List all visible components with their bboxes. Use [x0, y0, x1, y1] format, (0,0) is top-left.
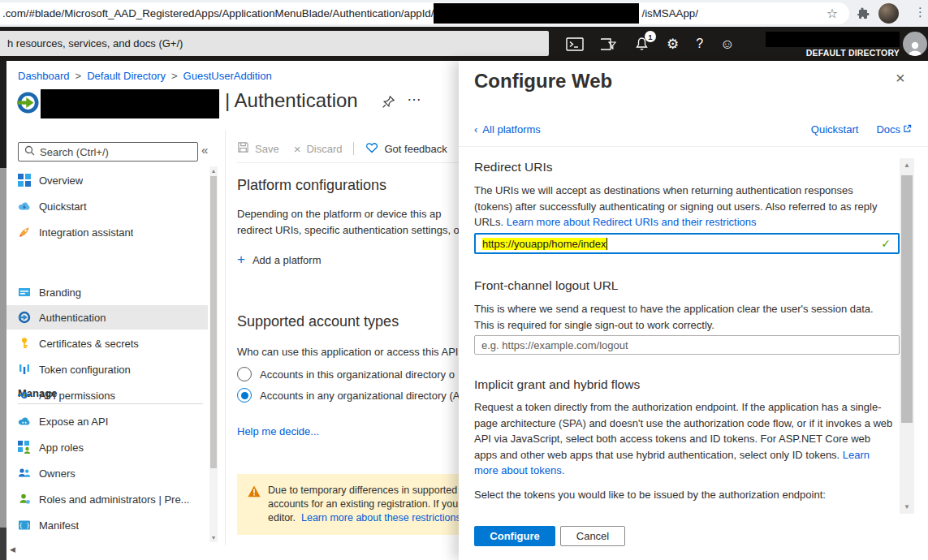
panel-scrollbar[interactable]: ▲ ▼	[900, 158, 914, 514]
implicit-grant-description: Request a token directly from the author…	[474, 399, 893, 479]
command-bar-divider	[237, 162, 459, 163]
settings-gear-icon[interactable]: ⚙	[667, 37, 679, 51]
global-search-bar[interactable]: h resources, services, and docs (G+/)	[0, 31, 549, 56]
bookmark-star-icon[interactable]: ☆	[827, 6, 838, 21]
url-text: .com/#blade/Microsoft_AAD_RegisteredApps…	[0, 7, 434, 19]
cancel-button[interactable]: Cancel	[560, 526, 625, 546]
help-me-decide-link[interactable]: Help me decide...	[237, 425, 319, 437]
branding-icon	[18, 286, 31, 299]
browser-profile-avatar[interactable]	[878, 3, 899, 24]
logout-url-input[interactable]	[474, 335, 900, 355]
redacted-app-id	[434, 3, 639, 24]
scroll-left-icon[interactable]: ◀	[10, 545, 15, 554]
sidebar-item-app-roles[interactable]: App roles	[6, 435, 208, 459]
accounts-question: Who can use this application or access t…	[237, 346, 459, 358]
breadcrumb-guestuseraddition[interactable]: GuestUserAddition	[183, 70, 272, 82]
breadcrumb: Dashboard>Default Directory>GuestUserAdd…	[18, 70, 272, 82]
account-avatar[interactable]	[903, 32, 927, 56]
sidebar-item-token-configuration[interactable]: Token configuration	[6, 357, 208, 381]
sidebar-scrollbar[interactable]: ▲ ▼	[209, 166, 218, 542]
more-options-icon[interactable]: …	[407, 88, 422, 105]
person-admin-icon	[18, 493, 31, 506]
command-bar: Save × Discard Got feedback	[237, 138, 447, 159]
topbar-icons: 1 ⚙ ? ☺	[566, 27, 735, 61]
api-permissions-icon	[18, 389, 31, 402]
sidebar-item-overview[interactable]: Overview	[6, 168, 208, 192]
sidebar-item-integration-assistant[interactable]: Integration assistant	[6, 220, 208, 244]
sidebar-item-certificates-secrets[interactable]: Certificates & secrets	[6, 331, 208, 355]
redirect-uri-input[interactable]: https://youapp/home/index ✓	[474, 233, 900, 254]
directory-label: DEFAULT DIRECTORY	[733, 48, 900, 58]
breadcrumb-separator: >	[76, 70, 82, 82]
sidebar-item-quickstart[interactable]: Quickstart	[6, 194, 208, 218]
scroll-up-icon[interactable]: ▲	[209, 168, 218, 174]
sidebar-search-input[interactable]	[40, 146, 178, 158]
scroll-up-icon[interactable]: ▲	[900, 162, 914, 169]
background-window-edge	[0, 61, 6, 168]
panel-scrollbar-thumb[interactable]	[901, 175, 913, 423]
save-button[interactable]: Save	[237, 141, 279, 156]
help-icon[interactable]: ?	[696, 37, 703, 50]
warning-text: Due to temporary differences in supporte…	[268, 484, 459, 525]
app-registration-icon	[16, 91, 40, 118]
sliders-icon	[18, 363, 31, 376]
notifications-bell-icon[interactable]: 1	[634, 37, 650, 51]
external-link-icon	[903, 123, 912, 136]
sidebar-item-expose-an-api[interactable]: Expose an API	[6, 409, 208, 433]
authentication-content: Save × Discard Got feedback Platform con…	[226, 130, 459, 560]
cloud-icon	[18, 415, 31, 428]
feedback-button[interactable]: Got feedback	[365, 141, 447, 156]
sidebar-item-roles-administrators[interactable]: Roles and administrators | Pre...	[6, 487, 208, 511]
configure-button[interactable]: Configure	[474, 526, 555, 546]
rocket-icon	[18, 226, 31, 239]
sidebar-item-manifest[interactable]: { } Manifest	[6, 513, 208, 537]
warning-learn-more-link[interactable]: Learn more about these restrictions.	[301, 512, 459, 523]
plus-icon: +	[237, 252, 245, 268]
docs-link[interactable]: Docs	[876, 123, 900, 136]
cloud-bolt-icon	[18, 200, 31, 213]
discard-x-icon: ×	[294, 142, 301, 156]
sidebar-item-authentication[interactable]: Authentication	[6, 305, 208, 330]
select-tokens-text: Select the tokens you would like to be i…	[474, 489, 826, 501]
key-icon	[18, 337, 31, 350]
radio-multi-tenant[interactable]: Accounts in any organizational directory…	[237, 388, 459, 403]
directory-filter-icon[interactable]	[601, 37, 617, 51]
sidebar-item-owners[interactable]: Owners	[6, 461, 208, 485]
url-suffix: /isMSAApp/	[639, 7, 697, 19]
platform-desc-line1: Depending on the platform or device this…	[237, 208, 442, 220]
extensions-puzzle-icon[interactable]	[857, 6, 870, 23]
browser-menu-icon[interactable]: ⋮	[914, 5, 926, 19]
add-platform-button[interactable]: + Add a platform	[237, 252, 321, 268]
sidebar-item-api-permissions[interactable]: API permissions	[6, 383, 208, 407]
collapse-sidebar-icon[interactable]: «	[201, 143, 208, 157]
radio-single-tenant[interactable]: Accounts in this organizational director…	[237, 367, 455, 381]
text-cursor	[606, 238, 607, 250]
quickstart-link[interactable]: Quickstart	[811, 123, 859, 136]
redirect-uris-description: The URIs we will accept as destinations …	[474, 183, 893, 230]
pin-icon[interactable]	[382, 95, 395, 112]
sidebar-scrollbar-thumb[interactable]	[210, 176, 217, 468]
feedback-smiley-icon[interactable]: ☺	[720, 37, 734, 51]
discard-button[interactable]: × Discard	[294, 142, 343, 156]
azure-top-bar: h resources, services, and docs (G+/) 1 …	[0, 27, 928, 61]
breadcrumb-dashboard[interactable]: Dashboard	[18, 70, 70, 82]
auth-arrow-icon	[18, 311, 31, 324]
radio-checked-icon[interactable]	[237, 388, 252, 403]
scroll-down-icon[interactable]: ▼	[209, 535, 218, 541]
all-platforms-back-link[interactable]: ‹ All platforms	[474, 123, 541, 136]
manifest-icon: { }	[18, 519, 31, 532]
redacted-account-email	[766, 32, 900, 47]
redirect-learn-more-link[interactable]: Learn more about Redirect URIs and their…	[507, 216, 757, 228]
sidebar-item-branding[interactable]: Branding	[6, 280, 208, 304]
cloud-shell-icon[interactable]	[566, 37, 584, 51]
address-bar[interactable]: .com/#blade/Microsoft_AAD_RegisteredApps…	[0, 2, 849, 24]
supported-account-types-heading: Supported account types	[237, 313, 399, 330]
close-icon[interactable]: ×	[896, 69, 905, 88]
breadcrumb-default-directory[interactable]: Default Directory	[87, 70, 166, 82]
radio-unchecked-icon[interactable]	[237, 367, 252, 381]
breadcrumb-separator: >	[171, 70, 178, 82]
scroll-down-icon[interactable]: ▼	[900, 503, 914, 510]
sidebar-search[interactable]	[18, 142, 198, 162]
people-icon	[18, 467, 31, 480]
panel-divider	[459, 146, 928, 147]
